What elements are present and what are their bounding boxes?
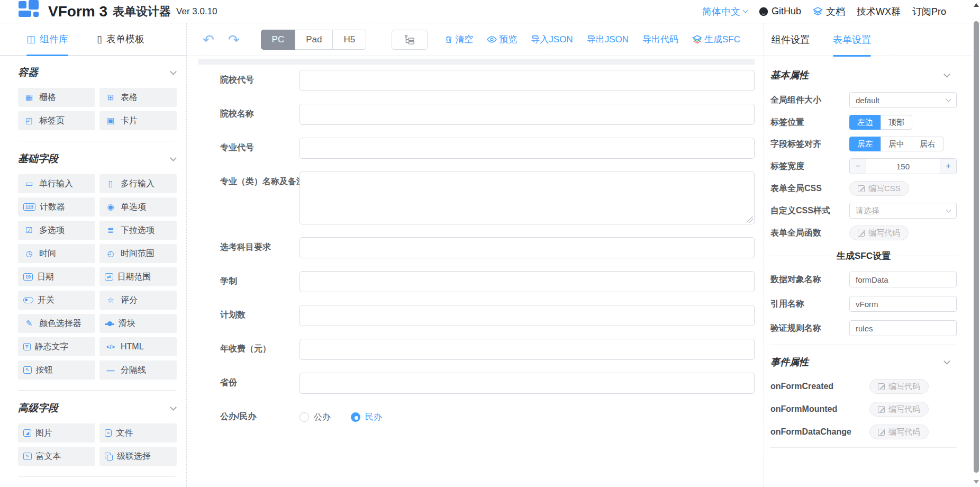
widget-time-range[interactable]: 时间范围 [99,244,177,263]
scroll-up-arrow[interactable] [974,3,979,7]
device-h5-button[interactable]: H5 [332,30,366,50]
increase-button[interactable]: + [940,159,956,174]
wx-group-link[interactable]: 技术WX群 [857,5,901,18]
on-form-created-edit-button[interactable]: 编写代码 [869,379,929,394]
form-data-name-input[interactable]: formData [849,272,957,287]
tab-widget-library[interactable]: 组件库 [26,23,68,55]
export-code-button[interactable]: 导出代码 [642,33,678,46]
generate-sfc-button[interactable]: 生成SFC [692,33,740,46]
on-form-mounted-edit-button[interactable]: 编写代码 [869,402,929,417]
settings-row: 自定义CSS样式 请选择 [770,203,957,219]
widget-date[interactable]: 日期 [18,267,95,286]
form-rules-name-input[interactable]: rules [849,320,957,336]
label-align-option[interactable]: 居右 [912,137,943,151]
on-form-data-change-edit-button[interactable]: 编写代码 [869,425,929,439]
label-position-option[interactable]: 顶部 [881,115,912,130]
widget-switch[interactable]: 开关 [18,291,95,310]
widget-label: 图片 [35,428,52,439]
widget-picture[interactable]: 图片 [18,423,95,443]
radio-icon [105,202,116,212]
tab-widget-settings[interactable]: 组件设置 [772,23,810,56]
widget-slider[interactable]: 滑块 [99,314,177,333]
button-label: 编写CSS [868,184,901,194]
docs-link[interactable]: 文档 [813,5,845,18]
major-name-remark-textarea[interactable] [300,172,755,224]
widget-file[interactable]: 文件 [99,423,177,443]
widget-card[interactable]: 卡片 [99,111,177,130]
widget-color[interactable]: 颜色选择器 [18,314,95,333]
global-size-select[interactable]: default [849,92,957,108]
event-props-header[interactable]: 事件属性 [770,356,949,368]
scroll-down-arrow[interactable] [974,480,979,484]
github-link[interactable]: GitHub [759,6,801,17]
annual-fee-input[interactable] [300,339,755,360]
outline-tree-icon [404,34,415,45]
export-json-button[interactable]: 导出JSON [587,33,629,46]
widget-table[interactable]: 表格 [99,88,177,107]
college-name-input[interactable] [300,104,755,125]
trash-icon [444,35,453,44]
subject-requirement-input[interactable] [300,237,755,258]
language-select[interactable]: 简体中文 [702,5,747,18]
radio-label: 民办 [365,412,382,423]
college-code-input[interactable] [300,70,755,91]
form-css-edit-button[interactable]: 编写CSS [849,181,909,196]
widget-date-range[interactable]: 日期范围 [99,267,177,286]
widget-rate[interactable]: 评分 [99,291,177,310]
major-code-input[interactable] [300,138,755,159]
undo-icon[interactable] [203,33,214,47]
section-header[interactable]: 基础字段 [18,152,176,166]
designer-toolbar: PCPadH5 清空 预览 [187,23,764,56]
widget-text[interactable]: 静态文字 [18,337,95,356]
widget-button[interactable]: 按钮 [18,360,95,380]
section-header[interactable]: 容器 [18,66,176,79]
widget-select[interactable]: 下拉选项 [99,221,177,240]
widget-tabs[interactable]: 标签页 [18,111,95,130]
settings-label: 标签宽度 [770,161,849,172]
radio-option[interactable]: 公办 [300,412,331,423]
widget-checkbox[interactable]: 多选项 [18,221,95,240]
widget-divider[interactable]: 分隔线 [99,360,177,380]
widget-textarea[interactable]: 多行输入 [99,174,177,193]
import-json-button[interactable]: 导入JSON [531,33,573,46]
device-pad-button[interactable]: Pad [295,30,333,50]
vform-logo-icon [19,0,40,18]
label-align-option[interactable]: 居左 [849,137,881,151]
device-pc-button[interactable]: PC [261,30,296,50]
form-ref-name-input[interactable]: vForm [849,296,957,312]
study-years-input[interactable] [300,271,755,292]
resize-handle-icon[interactable] [747,217,753,223]
widget-cascade[interactable]: 级联选择 [99,447,177,466]
stepper-value[interactable]: 150 [866,159,940,174]
custom-css-class-select[interactable]: 请选择 [849,203,957,219]
widget-grid[interactable]: 栅格 [18,88,95,107]
preview-button[interactable]: 预览 [487,33,517,46]
decrease-button[interactable]: − [850,159,866,174]
widget-radio[interactable]: 单选项 [99,197,177,217]
widget-time[interactable]: 时间 [18,244,95,263]
clear-button[interactable]: 清空 [444,33,473,46]
chevron-down-icon [943,358,950,365]
tab-form-template[interactable]: 表单模板 [97,23,144,55]
subscribe-pro-link[interactable]: 订阅Pro [912,5,946,18]
redo-icon[interactable] [228,33,240,47]
section-header[interactable]: 高级字段 [18,401,176,415]
form-functions-edit-button[interactable]: 编写代码 [849,226,909,240]
widget-input[interactable]: 单行输入 [18,174,95,193]
province-input[interactable] [300,373,755,394]
label-align-option[interactable]: 居中 [881,137,912,151]
outline-tree-button[interactable] [392,30,428,50]
widget-html[interactable]: HTML [99,337,177,356]
label-position-option[interactable]: 左边 [849,115,881,130]
widget-counter[interactable]: 计数器 [18,197,95,217]
scrollbar-thumb[interactable] [974,21,979,473]
sidebar-section: 基础字段 单行输入 多行输入 计数器 单选项 多选项 下拉选项 时间 时间范围 … [18,152,177,380]
widget-rich[interactable]: 富文本 [18,447,95,466]
radio-option[interactable]: 民办 [351,412,382,423]
widget-label: 多行输入 [121,178,155,190]
sidebar-sections: 容器 栅格 表格 标签页 卡片 基础字段 单行输入 多行输入 计数器 单选项 多… [0,56,186,487]
plan-count-input[interactable] [300,305,755,326]
tab-form-settings[interactable]: 表单设置 [833,23,871,56]
basic-props-header[interactable]: 基本属性 [770,69,949,82]
page-scrollbar [973,0,980,487]
